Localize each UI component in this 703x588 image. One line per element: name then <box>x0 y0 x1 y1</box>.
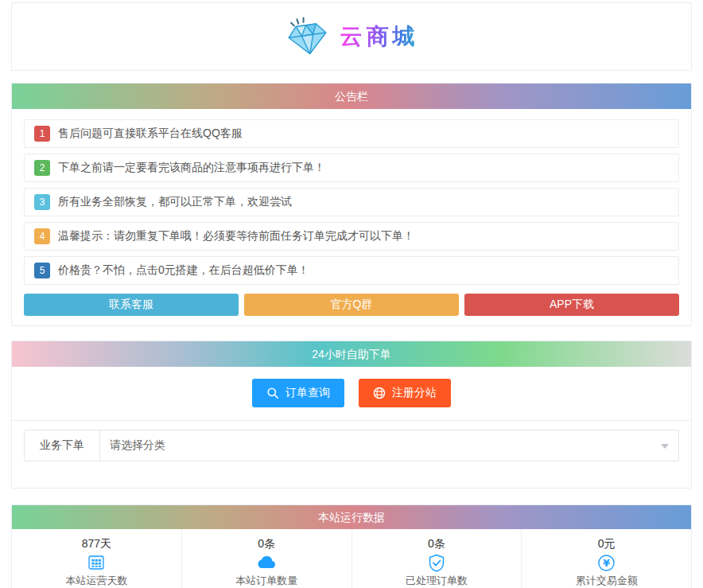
diamond-icon <box>285 16 331 57</box>
logo-card: 云商城 <box>11 2 692 71</box>
notice-item[interactable]: 5 价格贵？不怕，点击0元搭建，在后台超低价下单！ <box>24 256 679 285</box>
stat-label: 本站订单数量 <box>182 574 352 588</box>
stat-label: 累计交易金额 <box>522 574 691 588</box>
notice-item[interactable]: 1 售后问题可直接联系平台在线QQ客服 <box>24 119 679 148</box>
self-order-title: 24小时自助下单 <box>12 341 691 367</box>
order-query-label: 订单查询 <box>285 386 330 400</box>
self-order-card: 24小时自助下单 订单查询 注册分站 <box>11 341 692 489</box>
register-substation-label: 注册分站 <box>392 386 437 400</box>
notice-text: 价格贵？不怕，点击0元搭建，在后台超低价下单！ <box>58 263 309 278</box>
cloud-icon <box>182 552 352 573</box>
notice-button-row: 联系客服 官方Q群 APP下载 <box>12 290 691 325</box>
contact-support-button[interactable]: 联系客服 <box>24 294 239 316</box>
globe-icon <box>373 387 386 399</box>
notice-text: 售后问题可直接联系平台在线QQ客服 <box>58 127 243 141</box>
page: 云商城 公告栏 1 售后问题可直接联系平台在线QQ客服 2 下单之前请一定要看完… <box>0 0 703 588</box>
business-order-label: 业务下单 <box>25 430 100 461</box>
svg-text:¥: ¥ <box>603 556 610 568</box>
notice-number-badge: 3 <box>34 194 50 210</box>
notice-number-badge: 2 <box>34 160 50 176</box>
category-select[interactable]: 请选择分类 <box>100 430 678 461</box>
category-select-placeholder: 请选择分类 <box>110 438 165 453</box>
stats-row: 877天 本站运营天数 0条 <box>12 529 691 588</box>
search-icon <box>266 387 279 399</box>
notice-list: 1 售后问题可直接联系平台在线QQ客服 2 下单之前请一定要看完该商品的注意事项… <box>12 109 691 285</box>
shield-check-icon <box>352 552 522 573</box>
category-form-row: 业务下单 请选择分类 <box>24 430 679 461</box>
app-download-button[interactable]: APP下载 <box>464 294 679 316</box>
site-stats-title: 本站运行数据 <box>12 505 691 529</box>
order-action-row: 订单查询 注册分站 <box>12 367 691 420</box>
stat-total-amount: 0元 ¥ 累计交易金额 <box>522 529 691 588</box>
stat-order-count: 0条 本站订单数量 <box>182 529 352 588</box>
notice-text: 所有业务全部恢复，都可以正常下单，欢迎尝试 <box>58 195 292 209</box>
stat-running-days: 877天 本站运营天数 <box>12 529 182 588</box>
stat-value: 0元 <box>522 535 691 551</box>
stat-value: 0条 <box>182 535 352 551</box>
register-substation-button[interactable]: 注册分站 <box>359 379 451 407</box>
calendar-grid-icon <box>12 552 181 573</box>
notice-board-card: 公告栏 1 售后问题可直接联系平台在线QQ客服 2 下单之前请一定要看完该商品的… <box>11 83 692 326</box>
site-title: 云商城 <box>340 21 419 52</box>
notice-board-title: 公告栏 <box>12 84 691 109</box>
notice-number-badge: 1 <box>34 126 50 142</box>
notice-text: 温馨提示：请勿重复下单哦！必须要等待前面任务订单完成才可以下单！ <box>58 229 414 243</box>
stat-processed-orders: 0条 已处理订单数 <box>352 529 522 588</box>
order-query-button[interactable]: 订单查询 <box>252 379 344 407</box>
notice-text: 下单之前请一定要看完该商品的注意事项再进行下单！ <box>58 161 325 175</box>
notice-item[interactable]: 3 所有业务全部恢复，都可以正常下单，欢迎尝试 <box>24 188 679 216</box>
chevron-down-icon <box>661 444 669 449</box>
notice-item[interactable]: 2 下单之前请一定要看完该商品的注意事项再进行下单！ <box>24 154 679 182</box>
notice-item[interactable]: 4 温馨提示：请勿重复下单哦！必须要等待前面任务订单完成才可以下单！ <box>24 222 679 251</box>
site-stats-card: 本站运行数据 877天 本站运营天数 0条 <box>11 504 692 588</box>
notice-number-badge: 5 <box>34 263 50 278</box>
stat-value: 0条 <box>352 535 522 551</box>
notice-number-badge: 4 <box>34 228 50 244</box>
stat-value: 877天 <box>12 535 181 551</box>
order-form: 业务下单 请选择分类 <box>12 421 691 488</box>
official-qq-group-button[interactable]: 官方Q群 <box>244 294 459 316</box>
stat-label: 已处理订单数 <box>352 574 522 588</box>
site-logo: 云商城 <box>285 16 419 57</box>
stat-label: 本站运营天数 <box>12 574 181 588</box>
yen-circle-icon: ¥ <box>522 552 691 573</box>
